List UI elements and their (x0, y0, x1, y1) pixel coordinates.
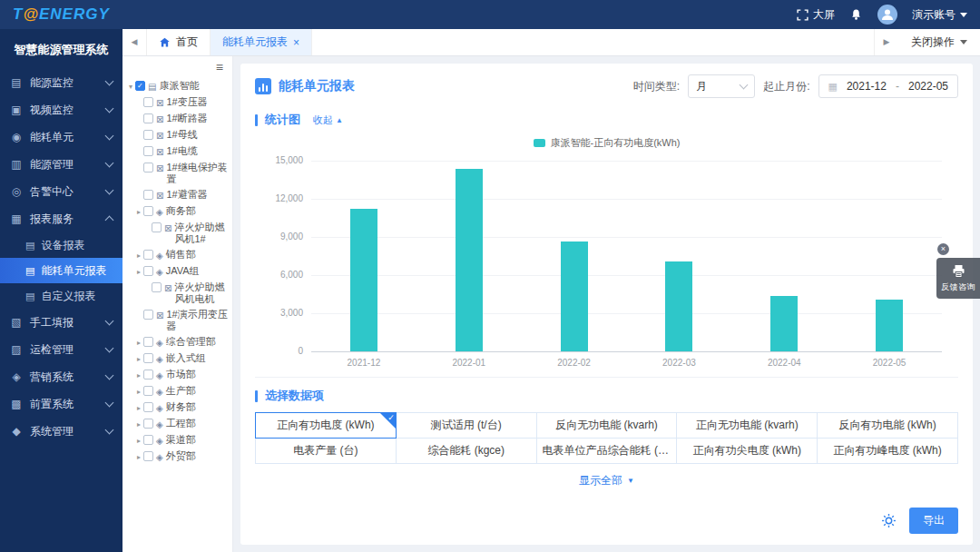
tree-checkbox[interactable] (143, 130, 153, 140)
collapse-button[interactable]: 收起 ▲ (313, 113, 343, 127)
sidebar-subitem-5-2[interactable]: ▤自定义报表 (0, 283, 122, 309)
tree-checkbox[interactable] (143, 353, 153, 363)
data-item-cell[interactable]: 正向无功电能 (kvarh) (677, 413, 818, 439)
tree-item[interactable]: ⊠1#断路器 (126, 111, 230, 127)
tree-item[interactable]: ⊠淬火炉助燃风机电机 (126, 280, 230, 307)
tree-item[interactable]: ▸◈工程部 (126, 416, 230, 432)
sidebar-item-7[interactable]: ▨运检管理 (0, 336, 122, 363)
tree-item[interactable]: ⊠淬火炉助燃风机1# (126, 220, 230, 247)
tree-expand-icon[interactable]: ▸ (134, 265, 143, 278)
tree-item[interactable]: ▸◈财务部 (126, 399, 230, 416)
tree-expand-icon[interactable]: ▸ (134, 369, 143, 381)
tree-expand-icon[interactable]: ▸ (134, 434, 143, 447)
tree-expand-icon[interactable]: ▾ (126, 80, 135, 93)
data-item-cell[interactable]: 电表单位产品综合能耗 (kgce/... (536, 439, 677, 464)
tree-checkbox[interactable] (143, 370, 153, 380)
tree-item[interactable]: ⊠1#避雷器 (126, 187, 230, 203)
tree-checkbox[interactable] (143, 113, 153, 123)
tree-checkbox[interactable] (143, 419, 153, 429)
avatar[interactable] (877, 5, 897, 25)
tree-expand-icon[interactable]: ▸ (134, 418, 143, 430)
tree-checkbox[interactable] (143, 435, 153, 445)
tab-home[interactable]: 首页 (147, 29, 211, 55)
tree-checkbox[interactable] (143, 310, 153, 320)
bar-glyph (259, 87, 260, 92)
tree-item[interactable]: ⊠1#电缆 (126, 143, 230, 160)
tree-expand-icon[interactable]: ▸ (134, 336, 143, 349)
hamburger-icon[interactable]: ≡ (216, 60, 223, 74)
chart-legend[interactable]: 康派智能-正向有功电度(kWh) (259, 134, 955, 161)
tree-checkbox[interactable] (152, 282, 162, 292)
data-item-cell[interactable]: 电表产量 (台) (256, 439, 397, 464)
tree-checkbox[interactable] (143, 250, 153, 260)
tree-item[interactable]: ⊠1#继电保护装置 (126, 160, 230, 187)
tree-checkbox[interactable] (143, 402, 153, 412)
tree-checkbox[interactable] (143, 451, 153, 461)
sidebar-item-1[interactable]: ▣视频监控 (0, 96, 122, 123)
tree-checkbox[interactable] (143, 190, 153, 200)
show-all-button[interactable]: 显示全部 ▼ (255, 464, 958, 488)
sidebar-subitem-5-0[interactable]: ▤设备报表 (0, 232, 122, 258)
data-item-cell[interactable]: 正向有功电度 (kWh)✓ (256, 413, 397, 439)
data-item-cell[interactable]: 综合能耗 (kgce) (396, 439, 536, 464)
feedback-button[interactable]: 反馈咨询 (936, 258, 980, 299)
sidebar-item-0[interactable]: ▤能源监控 (0, 69, 122, 96)
time-type-select[interactable]: 月 (688, 74, 755, 98)
sidebar-item-2[interactable]: ◉能耗单元 (0, 123, 122, 151)
tree-expand-icon[interactable]: ▸ (134, 401, 143, 414)
account-menu[interactable]: 演示账号 (912, 7, 967, 23)
tree-checkbox[interactable] (143, 146, 153, 156)
sidebar-item-10[interactable]: ◆系统管理 (0, 418, 122, 445)
tree-expand-icon[interactable]: ▸ (134, 249, 143, 261)
tree-expand-icon[interactable]: ▸ (134, 385, 143, 398)
tree-expand-icon[interactable]: ▸ (134, 352, 143, 365)
tree-item[interactable]: ▸◈市场部 (126, 367, 230, 383)
close-operations-dropdown[interactable]: 关闭操作 (898, 29, 980, 55)
tree-checkbox[interactable] (152, 222, 162, 232)
tree-checkbox[interactable] (135, 81, 145, 91)
tree-checkbox[interactable] (143, 97, 153, 107)
data-item-cell[interactable]: 反向无功电能 (kvarh) (536, 413, 677, 439)
tree-checkbox[interactable] (143, 337, 153, 347)
tree-expand-icon[interactable]: ▸ (134, 450, 143, 463)
settings-button[interactable] (881, 513, 897, 528)
data-item-cell[interactable]: 正向有功峰电度 (kWh) (818, 439, 958, 464)
sidebar-item-9[interactable]: ▩前置系统 (0, 390, 122, 418)
sidebar-item-6[interactable]: ▧手工填报 (0, 309, 122, 336)
tree-item[interactable]: ⊠1#演示用变压器 (126, 307, 230, 334)
sidebar-item-4[interactable]: ◎告警中心 (0, 178, 122, 205)
tree-item[interactable]: ▸◈综合管理部 (126, 334, 230, 350)
data-item-cell[interactable]: 反向有功电能 (kWh) (818, 413, 958, 439)
tree-item[interactable]: ▸◈渠道部 (126, 432, 230, 448)
tree-checkbox[interactable] (143, 386, 153, 396)
notification-bell-button[interactable] (849, 8, 863, 22)
data-item-cell[interactable]: 测试适用 (t/台) (396, 413, 536, 439)
tree-item[interactable]: ▸◈生产部 (126, 383, 230, 399)
sidebar-item-5[interactable]: ▦报表服务 (0, 205, 122, 232)
sidebar-item-3[interactable]: ▥能源管理 (0, 151, 122, 178)
tree-item[interactable]: ▸◈商务部 (126, 203, 230, 220)
tree-item[interactable]: ⊠1#变压器 (126, 94, 230, 111)
tree-item[interactable]: ▸◈嵌入式组 (126, 350, 230, 367)
sidebar-subitem-5-1[interactable]: ▤能耗单元报表 (0, 258, 122, 283)
data-item-cell[interactable]: 正向有功尖电度 (kWh) (677, 439, 818, 464)
sidebar-item-8[interactable]: ◈营销系统 (0, 363, 122, 390)
tab-scroll-right-button[interactable]: ▶ (874, 29, 898, 55)
date-range-picker[interactable]: ▦ 2021-12 - 2022-05 (818, 74, 959, 98)
tree-item[interactable]: ▾▤康派智能 (126, 78, 230, 94)
tree-item[interactable]: ▸◈外贸部 (126, 448, 230, 465)
tree-checkbox[interactable] (143, 266, 153, 276)
export-button[interactable]: 导出 (909, 508, 958, 534)
tree-item[interactable]: ⊠1#母线 (126, 127, 230, 143)
tree-item[interactable]: ▸◈JAVA组 (126, 263, 230, 280)
root-icon: ▤ (148, 80, 156, 93)
feedback-close-icon[interactable]: × (937, 243, 949, 255)
tab-energy-unit-report[interactable]: 能耗单元报表 × (211, 29, 312, 55)
big-screen-button[interactable]: 大屏 (797, 7, 835, 23)
tree-checkbox[interactable] (143, 206, 153, 216)
tab-close-icon[interactable]: × (293, 38, 299, 47)
tree-item[interactable]: ▸◈销售部 (126, 247, 230, 263)
tree-expand-icon[interactable]: ▸ (134, 205, 143, 218)
tab-scroll-left-button[interactable]: ◀ (122, 29, 147, 55)
tree-checkbox[interactable] (143, 163, 153, 172)
